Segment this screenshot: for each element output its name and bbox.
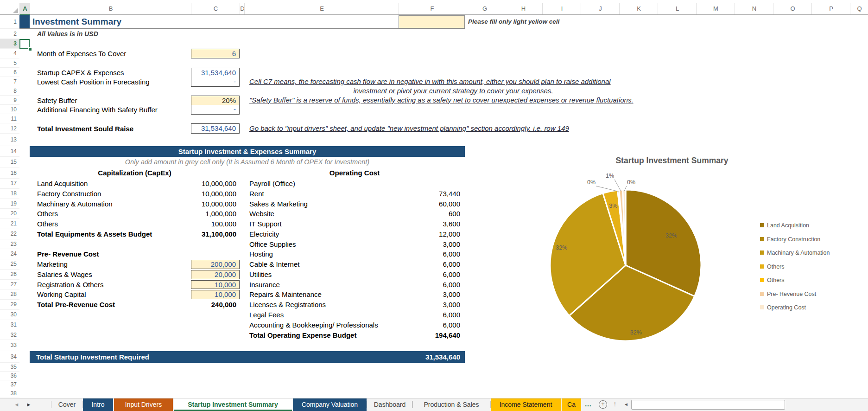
additional-financing-value[interactable]: - bbox=[191, 105, 240, 115]
column-header-i[interactable]: I bbox=[542, 3, 581, 14]
tab-nav-back-icon[interactable]: ◄ bbox=[12, 398, 21, 411]
additional-financing-label: Additional Financing With Safety Buffer bbox=[37, 105, 158, 115]
legend-label: Others bbox=[767, 276, 785, 285]
safety-buffer-note: "Safety Buffer" is a reserve of funds, e… bbox=[249, 96, 634, 104]
row-header-37[interactable]: 37 bbox=[0, 380, 19, 389]
row-header-12[interactable]: 12 bbox=[0, 123, 19, 134]
opex-row-value: 6,000 bbox=[399, 249, 460, 259]
safety-buffer-label: Safety Buffer bbox=[37, 96, 77, 105]
column-header-f[interactable]: F bbox=[399, 3, 465, 14]
pie-percent-label: 32% bbox=[630, 329, 642, 336]
pie-plot[interactable]: 32%32%32%3%0%1%0% bbox=[482, 153, 862, 371]
fill-hint-note: Please fill only light yellow cell bbox=[468, 15, 709, 28]
tab-overflow-ellipsis[interactable]: … bbox=[583, 398, 593, 411]
column-header-h[interactable]: H bbox=[504, 3, 543, 14]
horizontal-scrollbar[interactable]: ◄ bbox=[621, 398, 868, 411]
row-header-9[interactable]: 9 bbox=[0, 96, 19, 105]
sheet-tab-company-valuation[interactable]: Company Valuation bbox=[293, 398, 367, 411]
row-header-15[interactable]: 15 bbox=[0, 157, 19, 167]
column-header-g[interactable]: G bbox=[465, 3, 504, 14]
opex-row-value: 6,000 bbox=[399, 310, 460, 320]
table-row: Legal Fees6,000 bbox=[0, 310, 465, 320]
sheet-tab-income-statement[interactable]: Income Statement bbox=[491, 398, 561, 411]
tab-separator bbox=[51, 401, 51, 408]
legend-swatch-icon bbox=[760, 278, 764, 282]
capex-label: Startup CAPEX & Expenses bbox=[37, 68, 124, 77]
row-header-16[interactable]: 16 bbox=[0, 167, 19, 179]
row-header-36[interactable]: 36 bbox=[0, 372, 19, 380]
cell-a1-fill[interactable] bbox=[19, 15, 30, 28]
tab-nav-forward-icon[interactable]: ► bbox=[24, 398, 33, 411]
row-header-6[interactable]: 6 bbox=[0, 68, 19, 77]
month-input[interactable]: 6 bbox=[191, 49, 240, 58]
sheet-tab-dashboard[interactable]: Dashboard bbox=[367, 398, 412, 411]
row-header-8[interactable]: 8 bbox=[0, 86, 19, 96]
capex-value[interactable]: 31,534,640 bbox=[191, 68, 240, 77]
row-header-11[interactable]: 11 bbox=[0, 114, 19, 123]
scroll-left-icon[interactable]: ◄ bbox=[624, 402, 628, 407]
pie-percent-label: 0% bbox=[587, 179, 596, 186]
scrollbar-thumb[interactable] bbox=[631, 400, 785, 410]
opex-row-value: 60,000 bbox=[399, 199, 460, 209]
column-header-c[interactable]: C bbox=[191, 3, 240, 14]
legend-swatch-icon bbox=[760, 292, 764, 296]
select-all-triangle bbox=[13, 8, 18, 13]
column-header-n[interactable]: N bbox=[735, 3, 773, 14]
row-header-13[interactable]: 13 bbox=[0, 134, 19, 146]
new-sheet-button[interactable]: + bbox=[599, 400, 607, 409]
table-row: Sakes & Marketing60,000 bbox=[0, 199, 465, 209]
total-required-bar: Total Startup Investment Required 31,534… bbox=[30, 351, 465, 363]
column-header-m[interactable]: M bbox=[696, 3, 735, 14]
opex-row-value: 6,000 bbox=[399, 280, 460, 290]
capex-section-header: Capitalization (CapEx) bbox=[30, 167, 240, 179]
row-header-35[interactable]: 35 bbox=[0, 363, 19, 372]
cell-f1-input[interactable] bbox=[399, 15, 465, 28]
legend-label: Machinary & Automation bbox=[767, 248, 830, 257]
row-header-5[interactable]: 5 bbox=[0, 58, 19, 68]
column-header-j[interactable]: J bbox=[581, 3, 620, 14]
safety-buffer-input[interactable]: 20% bbox=[191, 96, 240, 105]
column-header-l[interactable]: L bbox=[658, 3, 697, 14]
row-header-2[interactable]: 2 bbox=[0, 29, 19, 39]
sheet-tab-production-sales[interactable]: Production & Sales bbox=[413, 398, 490, 411]
pie-percent-label: 32% bbox=[665, 232, 677, 239]
row-header-33[interactable]: 33 bbox=[0, 340, 19, 351]
column-header-k[interactable]: K bbox=[619, 3, 658, 14]
sheet-tab-ca[interactable]: Ca bbox=[562, 398, 581, 411]
legend-swatch-icon bbox=[760, 223, 764, 227]
row-header-14[interactable]: 14 bbox=[0, 146, 19, 157]
table-row: Website600 bbox=[0, 209, 465, 219]
row-header-1[interactable]: 1 bbox=[0, 15, 19, 29]
sheet-tab-input-drivers[interactable]: Input Drivers bbox=[114, 398, 173, 411]
pie-percent-label: 3% bbox=[609, 203, 617, 209]
column-header-a[interactable]: A bbox=[19, 3, 30, 15]
column-header-e[interactable]: E bbox=[244, 3, 399, 14]
tab-splitter-dots[interactable]: ⁞ bbox=[613, 398, 617, 411]
column-header-q[interactable]: Q bbox=[850, 3, 868, 14]
c7-note-line1: Cell C7 means, the forecasting cash flow… bbox=[249, 77, 611, 85]
table-row: Rent73,440 bbox=[0, 189, 465, 199]
row-header-34[interactable]: 34 bbox=[0, 351, 19, 363]
column-header-o[interactable]: O bbox=[773, 3, 812, 14]
tab-separator bbox=[367, 401, 367, 408]
pie-chart[interactable]: Startup Investment Summary 32%32%32%3%0%… bbox=[482, 153, 862, 371]
lowest-cash-value[interactable]: - bbox=[191, 77, 240, 87]
row-header-4[interactable]: 4 bbox=[0, 49, 19, 58]
sheet-tab-intro[interactable]: Intro bbox=[83, 398, 113, 411]
total-raise-value[interactable]: 31,534,640 bbox=[191, 123, 240, 134]
legend-swatch-icon bbox=[760, 264, 764, 269]
opex-row-value: 3,000 bbox=[399, 300, 460, 310]
row-header-38[interactable]: 38 bbox=[0, 389, 19, 398]
select-all-corner[interactable] bbox=[0, 3, 20, 14]
opex-row-value: 6,000 bbox=[399, 259, 460, 270]
column-header-b[interactable]: B bbox=[30, 3, 191, 14]
row-header-7[interactable]: 7 bbox=[0, 77, 19, 86]
row-header-3[interactable]: 3 bbox=[0, 39, 20, 49]
legend-label: Pre- Revenue Cost bbox=[767, 289, 816, 299]
table-row: Total Operating Expense Budget194,640 bbox=[0, 330, 465, 340]
fill-handle[interactable] bbox=[28, 47, 32, 51]
sheet-tab-startup-investment-summary[interactable]: Startup Investment Summary bbox=[174, 398, 292, 411]
row-header-10[interactable]: 10 bbox=[0, 105, 19, 114]
column-header-p[interactable]: P bbox=[811, 3, 850, 14]
sheet-tab-cover[interactable]: Cover bbox=[52, 398, 82, 411]
